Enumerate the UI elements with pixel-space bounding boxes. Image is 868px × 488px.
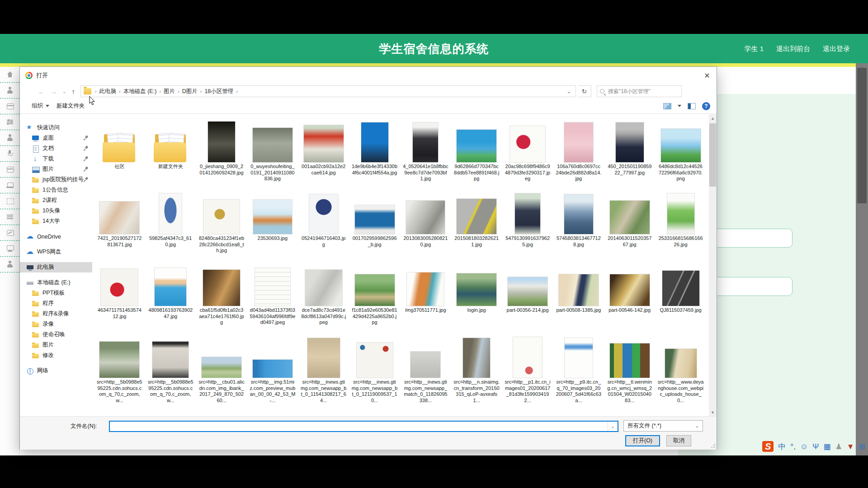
sidebar-item[interactable]: 图片 xyxy=(20,164,92,174)
sidebar-item[interactable]: 下载 xyxy=(20,154,92,164)
ime-toolbar-icon[interactable]: ♟ xyxy=(835,443,842,450)
forward-icon[interactable]: → xyxy=(50,88,57,95)
search-box[interactable] xyxy=(597,85,682,97)
scroll-up-icon[interactable]: ▲ xyxy=(709,114,717,122)
ime-toolbar-icon[interactable]: 中 xyxy=(778,443,786,450)
filename-input[interactable] xyxy=(110,422,608,431)
sidebar-item[interactable]: OneDrive xyxy=(20,231,92,242)
file-item[interactable]: 450_20150119085922_77997.jpg xyxy=(604,119,655,190)
open-button[interactable]: 打开(O) xyxy=(625,435,660,446)
sidebar-item[interactable]: 快速访问 xyxy=(20,122,92,133)
sidebar-item[interactable]: 10头像 xyxy=(20,206,92,216)
close-icon[interactable]: ✕ xyxy=(701,70,713,81)
sidebar-item[interactable]: 使命召唤 xyxy=(20,329,92,340)
sidebar-item[interactable]: 修改 xyxy=(20,350,92,361)
file-item[interactable]: 54791309916379625.jpg xyxy=(502,191,553,262)
file-item[interactable]: src=http__img.51miz.com_preview_muban_00… xyxy=(247,334,298,405)
filetype-select[interactable]: 所有文件 (*.*) ⌄ xyxy=(623,420,703,432)
nav-rail-item[interactable] xyxy=(0,241,19,257)
nav-rail-item[interactable] xyxy=(0,67,19,83)
breadcrumb-item[interactable]: 18小区管理 xyxy=(203,87,235,96)
back-icon[interactable]: ← xyxy=(38,88,45,95)
file-item[interactable]: QJ8115037459.jpg xyxy=(655,263,706,333)
nav-rail-item[interactable] xyxy=(0,114,19,130)
file-item[interactable]: src=http__5b0988e595225.cdn.sohucs.com_q… xyxy=(94,334,145,405)
sidebar-item[interactable]: 录像 xyxy=(20,319,92,329)
organize-button[interactable]: 组织 xyxy=(28,100,53,112)
scrollbar-thumb[interactable] xyxy=(709,123,716,187)
breadcrumb-item[interactable]: 图片 xyxy=(162,87,177,96)
ime-toolbar-icon[interactable]: ▼ xyxy=(847,443,854,450)
resize-grip[interactable] xyxy=(711,444,715,448)
file-item[interactable]: src=http__www.deyanghouse.com_webpic_upl… xyxy=(655,334,706,405)
file-item[interactable]: part-00508-1385.jpg xyxy=(553,263,604,333)
sidebar-item[interactable]: 此电脑 xyxy=(20,262,92,272)
sidebar-item[interactable]: 文档 xyxy=(20,143,92,154)
file-item[interactable]: src=http__inews.gtimg.com_newsapp_bt_0_1… xyxy=(298,334,349,405)
sidebar-item[interactable]: 1公告信息 xyxy=(20,185,92,195)
ime-toolbar-icon[interactable]: S xyxy=(762,441,774,452)
sidebar-item[interactable]: 2课程 xyxy=(20,195,92,206)
file-item[interactable]: cba61f5d0fb1a02c3aea71c4e1761f60.jpg xyxy=(196,263,247,333)
file-item[interactable]: 20130830052808210.jpg xyxy=(400,191,451,262)
file-item[interactable]: login.jpg xyxy=(451,263,502,333)
file-item[interactable]: 20150818032826211.jpg xyxy=(451,191,502,262)
nav-rail-item[interactable] xyxy=(0,99,19,114)
header-link[interactable]: 学生 1 xyxy=(744,45,764,53)
file-item[interactable]: part-00546-142.jpg xyxy=(604,263,655,333)
cancel-button[interactable]: 取消 xyxy=(666,435,691,446)
file-item[interactable]: 0017029599862596_b.jpg xyxy=(349,191,400,262)
sidebar-item[interactable]: 网络 xyxy=(20,366,92,376)
file-item[interactable]: src=http__inews.gtimg.com_newsapp_match_… xyxy=(400,334,451,405)
up-icon[interactable]: ↑ xyxy=(71,88,75,95)
file-item[interactable]: 82480ca431234f1eb28c2266cbcd1ea8_th.jpg xyxy=(196,191,247,262)
nav-rail-item[interactable] xyxy=(0,257,19,272)
search-input[interactable] xyxy=(607,88,679,95)
sidebar-item[interactable]: jsp医院预约挂号 xyxy=(20,174,92,185)
ime-toolbar-icon[interactable]: °, xyxy=(790,443,796,450)
file-item[interactable]: f1c81a92e60530e81429d4225a9652b0.jpg xyxy=(349,263,400,333)
file-item[interactable]: 1de9b6b4e3f14330b4f6c4001f4f554a.jpg xyxy=(349,119,400,190)
file-item[interactable]: 001aa02cb92a12e2cae614.jpg xyxy=(298,119,349,190)
help-icon[interactable]: ? xyxy=(702,102,710,110)
nav-rail-item[interactable] xyxy=(0,83,19,99)
nav-rail-item[interactable] xyxy=(0,225,19,241)
file-item[interactable]: 9d62866d770347bc8ddb57ee8891f468.jpg xyxy=(451,119,502,190)
filename-dropdown-icon[interactable]: ⌄ xyxy=(608,422,618,431)
nav-rail-item[interactable] xyxy=(0,178,19,193)
file-item[interactable]: src=http__cbu01.alicdn.com_img_ibank_201… xyxy=(196,334,247,405)
file-item[interactable]: 7421_20190527172813671.jpg xyxy=(94,191,145,262)
file-item[interactable]: dce7ad8c73cd491e8dcf8613a047d99c.jpeg xyxy=(298,263,349,333)
sidebar-item[interactable]: 桌面 xyxy=(20,133,92,143)
file-item[interactable]: 05241946716403.jpg xyxy=(298,191,349,262)
scroll-down-icon[interactable]: ▼ xyxy=(709,408,717,416)
ime-toolbar-icon[interactable]: ⊞ xyxy=(859,443,865,450)
ime-toolbar-icon[interactable]: Ψ xyxy=(812,443,819,450)
file-item[interactable]: src=http__5b0988e595225.cdn.sohucs.com_q… xyxy=(145,334,196,405)
sidebar-item[interactable]: 程序&录像 xyxy=(20,309,92,319)
file-list-scrollbar[interactable]: ▲ ▼ xyxy=(709,114,717,416)
refresh-icon[interactable]: ↻ xyxy=(578,85,591,97)
ime-toolbar-icon[interactable]: ▦ xyxy=(823,443,830,450)
file-item[interactable]: 59825af4347c3_610.jpg xyxy=(145,191,196,262)
file-item[interactable]: 106a760d8c0697cc24bde26d882d8a14.jpg xyxy=(553,119,604,190)
sidebar-item[interactable]: 14大学 xyxy=(20,216,92,226)
recent-locations-icon[interactable]: ⌄ xyxy=(62,89,66,94)
file-item[interactable]: 新建文件夹 xyxy=(145,119,196,190)
sidebar-item[interactable]: 图片 xyxy=(20,340,92,350)
file-item[interactable]: 57458038134677128.jpg xyxy=(553,191,604,262)
thumbnail-view-icon[interactable] xyxy=(663,103,671,109)
nav-rail-item[interactable] xyxy=(0,209,19,225)
header-link[interactable]: 退出登录 xyxy=(823,45,850,53)
file-item[interactable]: 4_0520641e1b8fbbc9ee8c7d7de7093bf1.jpg xyxy=(400,119,451,190)
header-link[interactable]: 退出到前台 xyxy=(776,45,810,53)
breadcrumb-item[interactable]: 此电脑 xyxy=(98,87,118,96)
nav-rail-item[interactable] xyxy=(0,193,19,209)
file-item[interactable]: 社区 xyxy=(94,119,145,190)
file-item[interactable]: src=http__p9.itc.cn_q_70_images03_202006… xyxy=(553,334,604,405)
file-item[interactable]: d043ad4bd11373f0359436104af996fdf9ed0497… xyxy=(247,263,298,333)
file-item[interactable]: 0_wuyeshoufeiting_0191_20140911080836.jp… xyxy=(247,119,298,190)
file-item[interactable]: src=http__inews.gtimg.com_newsapp_bt_0_1… xyxy=(349,334,400,405)
breadcrumb-item[interactable]: D图片 xyxy=(180,87,199,96)
dialog-titlebar[interactable]: 打开 ✕ xyxy=(20,67,717,84)
